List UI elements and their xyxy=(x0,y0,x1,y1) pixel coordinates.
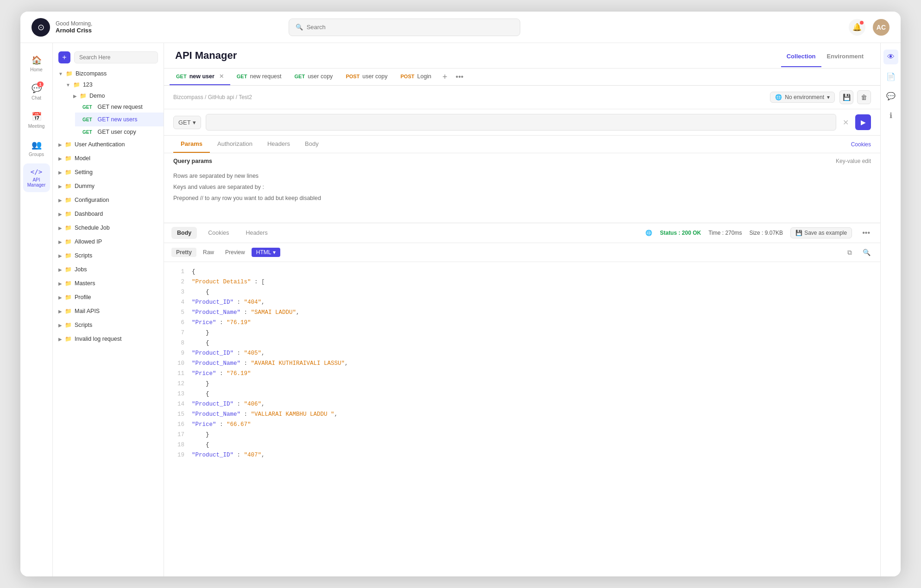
save-icons: 💾 🗑 xyxy=(839,90,871,104)
tab-authorization[interactable]: Authorization xyxy=(210,136,260,153)
sidebar-item-meeting[interactable]: 📅 Meeting xyxy=(23,107,50,133)
folder-icon: 📁 xyxy=(65,336,72,342)
notification-badge xyxy=(860,21,864,25)
more-options-button[interactable]: ••• xyxy=(859,227,873,239)
sidebar-item-api-manager[interactable]: </> API Manager xyxy=(23,163,50,192)
tab-environment[interactable]: Environment xyxy=(821,51,869,67)
tree-item-model[interactable]: ▶ 📁 Model ••• xyxy=(53,151,164,165)
tree-item-get-user-copy[interactable]: GET GET user copy xyxy=(75,126,164,138)
tab-label-get-new-user: new user xyxy=(189,73,214,80)
left-nav: 🏠 Home 💬 1 Chat 📅 Meeting 👥 Groups </> xyxy=(20,43,53,576)
method-select[interactable]: GET ▾ xyxy=(173,116,201,129)
environment-select[interactable]: 🌐 No environment ▾ xyxy=(770,92,835,103)
sidebar-item-chat[interactable]: 💬 1 Chat xyxy=(23,79,50,105)
code-text: "Product_ID" : "405", xyxy=(192,349,265,358)
greeting-block: Good Morning, Arnold Criss xyxy=(56,20,92,34)
right-panel-doc-button[interactable]: 📄 xyxy=(883,69,898,84)
chevron-down-icon: ▾ xyxy=(827,94,830,100)
tree-label-setting: Setting xyxy=(75,169,93,175)
tab-label-post-login: Login xyxy=(417,73,431,80)
tab-headers[interactable]: Headers xyxy=(260,136,297,153)
code-line: 4"Product_ID" : "404", xyxy=(164,297,880,307)
globe-icon: 🌐 xyxy=(775,94,782,100)
add-tab-button[interactable]: + xyxy=(438,72,452,82)
right-panel-chat-button[interactable]: 💬 xyxy=(883,88,898,103)
fmt-tab-raw[interactable]: Raw xyxy=(198,248,219,257)
url-input[interactable] xyxy=(206,114,836,131)
tab-post-login[interactable]: POST Login xyxy=(394,69,438,85)
search-response-button[interactable]: 🔍 xyxy=(860,246,873,259)
tree-item-configuration[interactable]: ▶ 📁 Configuration ••• xyxy=(53,193,164,207)
tree-item-scripts[interactable]: ▶ 📁 Scripts ••• xyxy=(53,249,164,263)
key-value-edit-button[interactable]: Key-value edit xyxy=(836,158,871,164)
save-button[interactable]: 💾 xyxy=(839,90,853,104)
tab-get-user-copy[interactable]: GET user copy xyxy=(288,69,340,85)
tree-item-scripts2[interactable]: ▶ 📁 Scripts ••• xyxy=(53,318,164,332)
tree-item-dummy[interactable]: ▶ 📁 Dummy ••• xyxy=(53,179,164,193)
send-button[interactable]: ▶ xyxy=(855,114,871,130)
avatar[interactable]: AC xyxy=(873,19,889,36)
tree-item-allowed-ip[interactable]: ▶ 📁 Allowed IP ••• xyxy=(53,235,164,249)
tab-post-user-copy[interactable]: POST user copy xyxy=(339,69,394,85)
tab-body[interactable]: Body xyxy=(297,136,326,153)
tree-item-get-new-request[interactable]: GET GET new request xyxy=(75,101,164,113)
fmt-type-select[interactable]: HTML ▾ xyxy=(252,248,281,257)
code-text: "Price" : "76.19" xyxy=(192,369,251,378)
save-example-button[interactable]: 💾 Save as example xyxy=(790,227,852,238)
tree-item-get-new-users[interactable]: GET GET new users ••• xyxy=(75,113,164,126)
right-panel-eye-button[interactable]: 👁 xyxy=(883,50,898,64)
tree-item-jobs[interactable]: ▶ 📁 Jobs ••• xyxy=(53,263,164,276)
tree-item-masters[interactable]: ▶ 📁 Masters ••• xyxy=(53,276,164,290)
tree-item-bizcompass[interactable]: ▼ 📁 Bizcompass xyxy=(53,68,164,79)
close-tab-icon[interactable]: ✕ xyxy=(219,73,224,80)
tab-get-new-user[interactable]: GET new user ✕ xyxy=(170,69,230,85)
logo-area: ⊙ Good Morning, Arnold Criss xyxy=(32,18,124,37)
user-name: Arnold Criss xyxy=(56,27,92,34)
chevron-right-icon: ▶ xyxy=(58,253,62,258)
folder-icon: 📁 xyxy=(66,70,73,77)
resp-tab-cookies[interactable]: Cookies xyxy=(202,227,234,239)
tab-params[interactable]: Params xyxy=(173,136,210,153)
method-label: GET xyxy=(178,119,191,126)
tree-label-123: 123 xyxy=(83,81,93,88)
chevron-right-icon: ▶ xyxy=(58,337,62,342)
sidebar-item-groups[interactable]: 👥 Groups xyxy=(23,135,50,162)
more-tabs-button[interactable]: ••• xyxy=(452,73,467,81)
chevron-right-icon: ▶ xyxy=(58,267,62,272)
cookies-link[interactable]: Cookies xyxy=(851,141,871,148)
code-text: { xyxy=(192,389,209,399)
tree-item-invalid-log[interactable]: ▶ 📁 Invalid log request ••• xyxy=(53,332,164,346)
right-panel-info-button[interactable]: ℹ xyxy=(883,108,898,123)
folder-icon: 📁 xyxy=(73,81,80,88)
clear-url-icon[interactable]: ✕ xyxy=(841,116,851,129)
code-text: { xyxy=(192,288,209,297)
tree-item-123[interactable]: ▼ 📁 123 xyxy=(60,79,164,90)
tree-item-profile[interactable]: ▶ 📁 Profile ••• xyxy=(53,290,164,304)
line-number: 8 xyxy=(171,338,184,348)
search-input[interactable] xyxy=(307,24,513,31)
copy-response-button[interactable]: ⧉ xyxy=(843,246,856,259)
tab-get-new-request[interactable]: GET new request xyxy=(230,69,288,85)
fmt-tab-preview[interactable]: Preview xyxy=(221,248,250,257)
line-number: 13 xyxy=(171,389,184,399)
tree-item-demo[interactable]: ▶ 📁 Demo xyxy=(68,90,164,101)
add-collection-button[interactable]: + xyxy=(58,51,70,63)
resp-tab-body[interactable]: Body xyxy=(171,227,197,239)
tab-collection[interactable]: Collection xyxy=(781,51,821,67)
sidebar-item-home[interactable]: 🏠 Home xyxy=(23,50,50,77)
code-line: 14"Product_ID" : "406", xyxy=(164,399,880,409)
tree-item-mail-apis[interactable]: ▶ 📁 Mail APIS ••• xyxy=(53,304,164,318)
folder-icon: 📁 xyxy=(80,93,87,99)
line-number: 15 xyxy=(171,410,184,419)
search-bar: 🔍 xyxy=(289,19,520,36)
tree-item-dashboard[interactable]: ▶ 📁 Dashboard ••• xyxy=(53,207,164,221)
resp-tab-headers[interactable]: Headers xyxy=(240,227,273,239)
sidebar-search-input[interactable] xyxy=(74,51,158,63)
delete-button[interactable]: 🗑 xyxy=(857,90,871,104)
tree-label-get-user-copy: GET user copy xyxy=(98,129,136,135)
tree-item-user-auth[interactable]: ▶ 📁 User Authentication ••• xyxy=(53,138,164,151)
notification-button[interactable]: 🔔 xyxy=(849,19,865,36)
tree-item-setting[interactable]: ▶ 📁 Setting ••• xyxy=(53,165,164,179)
fmt-tab-pretty[interactable]: Pretty xyxy=(171,248,196,257)
tree-item-schedule-job[interactable]: ▶ 📁 Schedule Job ••• xyxy=(53,221,164,235)
